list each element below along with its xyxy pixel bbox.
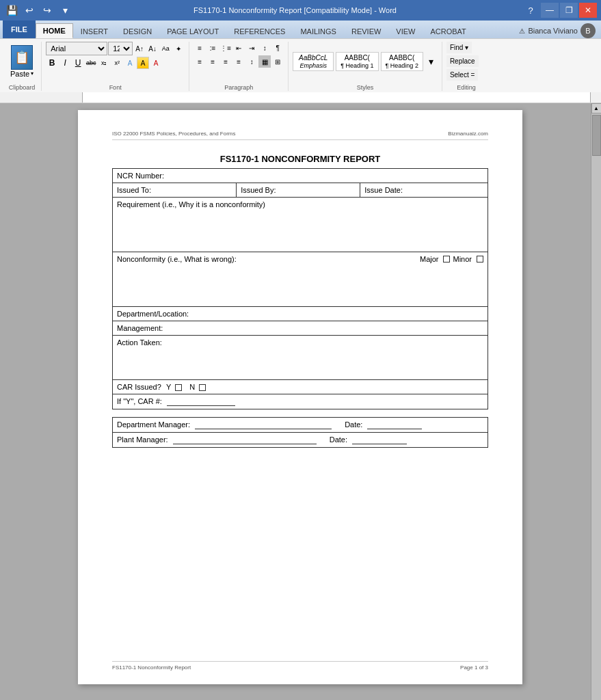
car-number-cell[interactable]: If "Y", CAR #: bbox=[113, 394, 488, 409]
clipboard-label: Clipboard bbox=[7, 82, 37, 91]
minimize-button[interactable]: — bbox=[541, 3, 559, 18]
footer-left: FS1170-1 Nonconformity Report bbox=[112, 664, 191, 671]
undo-button[interactable]: ↩ bbox=[22, 3, 37, 18]
line-spacing-button[interactable]: ↕ bbox=[245, 55, 258, 68]
action-cell[interactable]: Action Taken: bbox=[113, 336, 488, 380]
style-heading2[interactable]: AABBC(¶ Heading 2 bbox=[381, 52, 423, 71]
car-number-label: If "Y", CAR #: bbox=[117, 397, 162, 405]
help-button[interactable]: ? bbox=[523, 3, 538, 18]
tab-file[interactable]: FILE bbox=[3, 21, 36, 38]
sort-button[interactable]: ↕ bbox=[258, 42, 271, 54]
car-issued-cell[interactable]: CAR Issued? Y N bbox=[113, 380, 488, 394]
requirement-cell[interactable]: Requirement (i.e., Why it is a nonconfor… bbox=[113, 198, 488, 252]
style-heading1[interactable]: AABBC(¶ Heading 1 bbox=[336, 52, 378, 71]
issued-to-cell[interactable]: Issued To: bbox=[113, 183, 237, 198]
decrease-indent-button[interactable]: ⇤ bbox=[232, 42, 245, 54]
find-button[interactable]: Find ▾ bbox=[446, 42, 472, 53]
nonconformity-cell[interactable]: Nonconformity (i.e., What is wrong): Maj… bbox=[113, 252, 488, 307]
mgmt-cell[interactable]: Management: bbox=[113, 321, 488, 336]
replace-button[interactable]: Replace bbox=[446, 55, 479, 67]
change-case-button[interactable]: Aa bbox=[159, 42, 172, 55]
styles-more-button[interactable]: ▾ bbox=[425, 55, 438, 68]
issued-by-cell[interactable]: Issued By: bbox=[237, 183, 360, 198]
maximize-button[interactable]: ❐ bbox=[560, 3, 578, 18]
major-checkbox[interactable] bbox=[443, 256, 450, 262]
redo-button[interactable]: ↪ bbox=[40, 3, 55, 18]
quick-access-toolbar[interactable]: 💾 ↩ ↪ ▾ bbox=[4, 3, 72, 18]
plant-mgr-cell[interactable]: Plant Manager: Date: bbox=[113, 433, 488, 448]
issue-date-cell[interactable]: Issue Date: bbox=[360, 183, 488, 198]
align-right-button[interactable]: ≡ bbox=[219, 55, 232, 68]
document-page: ISO 22000 FSMS Policies, Procedures, and… bbox=[78, 110, 522, 684]
avatar: B bbox=[580, 23, 596, 38]
window-controls[interactable]: — ❐ ✕ bbox=[541, 3, 597, 18]
underline-button[interactable]: U bbox=[72, 57, 84, 69]
tab-mailings[interactable]: MAILINGS bbox=[293, 23, 344, 38]
car-y-label: Y bbox=[166, 383, 171, 391]
shrink-font-button[interactable]: A↓ bbox=[146, 42, 159, 55]
table-row bbox=[113, 409, 488, 418]
tab-acrobat[interactable]: ACROBAT bbox=[423, 23, 473, 38]
car-n-checkbox[interactable] bbox=[199, 384, 206, 391]
car-y-checkbox[interactable] bbox=[175, 384, 182, 391]
tab-page-layout[interactable]: PAGE LAYOUT bbox=[159, 23, 226, 38]
close-button[interactable]: ✕ bbox=[579, 3, 597, 18]
save-button[interactable]: 💾 bbox=[4, 3, 19, 18]
align-left-button[interactable]: ≡ bbox=[193, 55, 206, 68]
minor-label: Minor bbox=[453, 255, 472, 263]
justify-button[interactable]: ≡ bbox=[232, 55, 245, 68]
header-right: Bizmanualz.com bbox=[448, 131, 488, 137]
dept-mgr-cell[interactable]: Department Manager: Date: bbox=[113, 418, 488, 433]
paste-button[interactable]: 📋 Paste ▾ bbox=[7, 43, 37, 80]
subscript-button[interactable]: x₂ bbox=[98, 57, 110, 69]
numbered-list-button[interactable]: :≡ bbox=[206, 42, 219, 54]
vertical-scrollbar[interactable]: ▲ ▼ bbox=[591, 103, 601, 700]
bullet-list-button[interactable]: ≡ bbox=[193, 42, 206, 54]
border-button[interactable]: ⊞ bbox=[271, 55, 284, 68]
italic-button[interactable]: I bbox=[59, 57, 71, 69]
ncr-number-label: NCR Number: bbox=[117, 172, 164, 180]
text-highlight-button[interactable]: A bbox=[137, 57, 149, 69]
select-button[interactable]: Select = bbox=[446, 69, 478, 81]
tab-insert[interactable]: INSERT bbox=[73, 23, 116, 38]
tab-design[interactable]: DESIGN bbox=[116, 23, 159, 38]
font-name-select[interactable]: Arial bbox=[46, 42, 107, 55]
show-formatting-button[interactable]: ¶ bbox=[271, 42, 284, 54]
user-area[interactable]: ⚠ Bianca Viviano B bbox=[519, 23, 596, 38]
increase-indent-button[interactable]: ⇥ bbox=[245, 42, 258, 54]
editing-label: Editing bbox=[446, 82, 486, 91]
quick-access-more[interactable]: ▾ bbox=[57, 3, 72, 18]
grow-font-button[interactable]: A↑ bbox=[133, 42, 146, 55]
styles-group: AaBbCcLEmphasis AABBC(¶ Heading 1 AABBC(… bbox=[289, 42, 442, 91]
style-emphasis[interactable]: AaBbCcLEmphasis bbox=[293, 52, 334, 71]
tab-review[interactable]: REVIEW bbox=[344, 23, 388, 38]
minor-checkbox[interactable] bbox=[477, 256, 483, 262]
text-effects-button[interactable]: A bbox=[124, 57, 136, 69]
tab-references[interactable]: REFERENCES bbox=[226, 23, 293, 38]
table-row: Department/Location: bbox=[113, 307, 488, 321]
table-row: If "Y", CAR #: bbox=[113, 394, 488, 409]
bold-button[interactable]: B bbox=[46, 57, 58, 69]
strikethrough-button[interactable]: abc bbox=[85, 57, 97, 69]
date-label2: Date: bbox=[330, 435, 347, 444]
scroll-up-button[interactable]: ▲ bbox=[591, 103, 602, 113]
tab-home[interactable]: HOME bbox=[36, 23, 73, 38]
dept-cell[interactable]: Department/Location: bbox=[113, 307, 488, 321]
table-row: CAR Issued? Y N bbox=[113, 380, 488, 394]
font-size-select[interactable]: 12 bbox=[108, 42, 133, 55]
font-group: Arial 12 A↑ A↓ Aa ✦ B I U abc x₂ x² A A … bbox=[42, 42, 189, 91]
ncr-number-cell[interactable]: NCR Number: bbox=[113, 169, 488, 183]
user-name: Bianca Viviano bbox=[528, 27, 578, 35]
align-center-button[interactable]: ≡ bbox=[206, 55, 219, 68]
major-label: Major bbox=[420, 255, 439, 263]
clear-format-button[interactable]: ✦ bbox=[172, 42, 185, 55]
shading-button[interactable]: ▦ bbox=[258, 55, 271, 68]
font-color-button[interactable]: A bbox=[150, 57, 162, 69]
superscript-button[interactable]: x² bbox=[111, 57, 123, 69]
table-row: Department Manager: Date: bbox=[113, 418, 488, 433]
document-area[interactable]: ISO 22000 FSMS Policies, Procedures, and… bbox=[10, 103, 591, 700]
tab-view[interactable]: VIEW bbox=[388, 23, 423, 38]
scroll-thumb[interactable] bbox=[592, 115, 601, 156]
multilevel-list-button[interactable]: ⋮≡ bbox=[219, 42, 232, 54]
font-label: Font bbox=[46, 82, 185, 91]
